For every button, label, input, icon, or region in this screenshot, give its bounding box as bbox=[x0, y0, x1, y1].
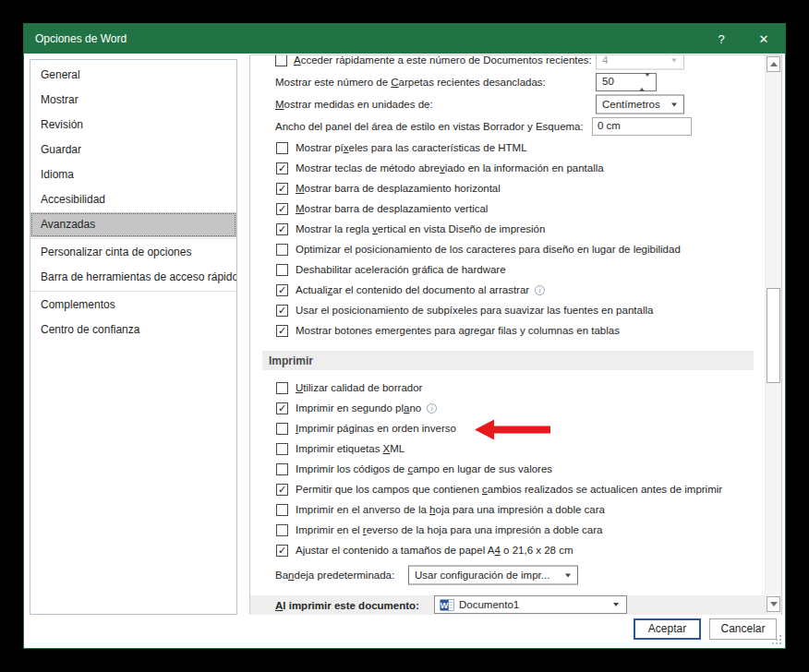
checkbox-checked[interactable]: ✓ bbox=[276, 183, 288, 195]
field-row: Mostrar medidas en unidades de:Centímetr… bbox=[250, 93, 781, 115]
option-label: Mostrar botones emergentes para agregar … bbox=[296, 325, 620, 336]
option-label: Usar el posicionamiento de subpíxeles pa… bbox=[296, 305, 653, 316]
checkbox-unchecked[interactable] bbox=[276, 264, 288, 276]
option-label: Imprimir en el reverso de la hoja para u… bbox=[296, 524, 602, 535]
cancel-button[interactable]: Cancelar bbox=[709, 618, 777, 640]
option-label: Imprimir en el anverso de la hoja para u… bbox=[296, 504, 605, 515]
checkbox-unchecked[interactable] bbox=[276, 244, 288, 256]
checkbox-row[interactable]: ✓Usar el posicionamiento de subpíxeles p… bbox=[250, 300, 781, 320]
print-doc-value: Documento1 bbox=[459, 599, 519, 610]
checkbox-unchecked[interactable] bbox=[276, 463, 288, 475]
close-button[interactable]: ✕ bbox=[743, 32, 785, 46]
checkbox-row[interactable]: Imprimir en el reverso de la hoja para u… bbox=[250, 520, 781, 540]
sidebar-item-avanzadas[interactable]: Avanzadas bbox=[30, 212, 236, 237]
checkbox-unchecked[interactable] bbox=[275, 54, 287, 66]
control-value: Centímetros bbox=[602, 99, 660, 110]
checkbox-row[interactable]: Deshabilitar aceleración gráfica de hard… bbox=[250, 259, 781, 280]
accept-button[interactable]: Aceptar bbox=[634, 618, 701, 640]
chevron-down-icon bbox=[671, 58, 677, 62]
scroll-up-button[interactable] bbox=[767, 56, 780, 72]
checkbox-row[interactable]: ✓Mostrar teclas de método abreviado en l… bbox=[250, 158, 781, 178]
section-header-imprimir: Imprimir bbox=[262, 351, 754, 370]
option-label: Permitir que los campos que contienen ca… bbox=[296, 484, 722, 495]
help-button[interactable]: ? bbox=[700, 32, 743, 46]
option-label: Ajustar el contenido a tamaños de papel … bbox=[296, 545, 573, 556]
checkbox-row[interactable]: Imprimir etiquetas XML bbox=[250, 438, 781, 459]
category-list: GeneralMostrarRevisiónGuardarIdiomaAcces… bbox=[30, 59, 237, 615]
spinner-input[interactable]: 50 bbox=[596, 73, 657, 91]
sidebar-item-centro-de-confianza[interactable]: Centro de confianza bbox=[30, 318, 236, 342]
annotation-arrow-icon bbox=[475, 419, 550, 440]
checkbox-row[interactable]: Imprimir en el anverso de la hoja para u… bbox=[250, 499, 781, 520]
control-value: Usar configuración de impr... bbox=[415, 570, 549, 581]
sidebar-item-accesibilidad[interactable]: Accesibilidad bbox=[30, 187, 236, 212]
dialog-body: GeneralMostrarRevisiónGuardarIdiomaAcces… bbox=[24, 54, 785, 615]
sidebar-item-guardar[interactable]: Guardar bbox=[30, 138, 236, 162]
info-icon[interactable]: i bbox=[535, 285, 545, 295]
word-document-icon: W bbox=[440, 598, 454, 612]
checkbox-row[interactable]: ✓Mostrar barra de desplazamiento horizon… bbox=[250, 178, 781, 198]
sidebar-item-barra-de-herramientas-de-acceso-rapido[interactable]: Barra de herramientas de acceso rápido bbox=[30, 265, 236, 290]
option-label: Mostrar este número de Carpetas reciente… bbox=[275, 77, 546, 88]
checkbox-row[interactable]: ✓Mostrar la regla vertical en vista Dise… bbox=[250, 219, 781, 239]
default-tray-label: Bandeja predeterminada: bbox=[275, 570, 394, 581]
checkbox-row[interactable]: Optimizar el posicionamiento de los cara… bbox=[250, 239, 781, 259]
print-doc-row: Al imprimir este documento: W Documento1 bbox=[250, 595, 765, 615]
option-label: Mostrar píxeles para las características… bbox=[296, 142, 527, 153]
svg-text:W: W bbox=[441, 601, 449, 610]
checkbox-row[interactable]: Utilizar calidad de borrador bbox=[250, 378, 781, 398]
dialog-title: Opciones de Word bbox=[35, 32, 127, 45]
option-label: Mostrar teclas de método abreviado en la… bbox=[296, 162, 604, 174]
dropdown[interactable]: 4 bbox=[596, 54, 684, 70]
checkbox-checked[interactable]: ✓ bbox=[276, 162, 288, 174]
checkbox-unchecked[interactable] bbox=[276, 382, 288, 394]
spinner-arrows[interactable] bbox=[639, 77, 650, 88]
checkbox-row[interactable]: ✓Ajustar el contenido a tamaños de papel… bbox=[250, 540, 781, 560]
checkbox-checked[interactable]: ✓ bbox=[276, 402, 288, 414]
option-label: Imprimir páginas en orden inverso bbox=[296, 423, 456, 434]
scrollbar-thumb[interactable] bbox=[767, 288, 780, 383]
advanced-options-panel: Acceder rápidamente a este número de Doc… bbox=[249, 54, 782, 617]
checkbox-checked[interactable]: ✓ bbox=[276, 325, 288, 337]
checkbox-unchecked[interactable] bbox=[276, 142, 288, 154]
checkbox-row[interactable]: Mostrar píxeles para las características… bbox=[250, 138, 781, 158]
option-label: Deshabilitar aceleración gráfica de hard… bbox=[296, 264, 506, 275]
checkbox-row[interactable]: ✓Mostrar barra de desplazamiento vertica… bbox=[250, 198, 781, 219]
checkbox-checked[interactable]: ✓ bbox=[276, 284, 288, 296]
dialog-titlebar[interactable]: Opciones de Word ? ✕ bbox=[24, 24, 785, 54]
info-icon[interactable]: i bbox=[427, 403, 437, 414]
checkbox-unchecked[interactable] bbox=[276, 524, 288, 536]
checkbox-row[interactable]: ✓Permitir que los campos que contienen c… bbox=[250, 479, 781, 499]
text-input[interactable]: 0 cm bbox=[592, 117, 692, 136]
checkbox-row[interactable]: ✓Actualizar el contenido del documento a… bbox=[250, 280, 781, 300]
sidebar-item-general[interactable]: General bbox=[30, 63, 236, 88]
vertical-scrollbar[interactable] bbox=[765, 55, 781, 616]
checkbox-checked[interactable]: ✓ bbox=[276, 484, 288, 496]
sidebar-item-complementos[interactable]: Complementos bbox=[30, 293, 236, 318]
print-doc-dropdown[interactable]: W Documento1 bbox=[434, 595, 627, 614]
checkbox-checked[interactable]: ✓ bbox=[276, 305, 288, 317]
checkbox-checked[interactable]: ✓ bbox=[276, 203, 288, 215]
checkbox-checked[interactable]: ✓ bbox=[276, 545, 288, 557]
checkbox-row[interactable]: ✓Mostrar botones emergentes para agregar… bbox=[250, 320, 781, 341]
checkbox-row[interactable]: ✓Imprimir en segundo planoi bbox=[250, 398, 781, 418]
checkbox-row[interactable]: Imprimir los códigos de campo en lugar d… bbox=[250, 459, 781, 479]
control-value: 4 bbox=[602, 54, 608, 66]
sidebar-item-idioma[interactable]: Idioma bbox=[30, 162, 236, 187]
scroll-down-button[interactable] bbox=[767, 596, 780, 612]
default-tray-row: Bandeja predeterminada:Usar configuració… bbox=[250, 564, 781, 586]
option-label: Ancho del panel del área de estilo en vi… bbox=[275, 121, 584, 132]
sidebar-item-revision[interactable]: Revisión bbox=[30, 113, 236, 138]
sidebar-item-personalizar-cinta-de-opciones[interactable]: Personalizar cinta de opciones bbox=[30, 240, 236, 265]
dropdown[interactable]: Centímetros bbox=[596, 95, 684, 114]
default-tray-dropdown[interactable]: Usar configuración de impr... bbox=[408, 566, 578, 585]
resize-grip[interactable] bbox=[771, 634, 782, 645]
checkbox-unchecked[interactable] bbox=[276, 423, 288, 435]
word-options-dialog: Opciones de Word ? ✕ GeneralMostrarRevis… bbox=[23, 23, 786, 649]
checkbox-unchecked[interactable] bbox=[276, 443, 288, 455]
chevron-down-icon bbox=[671, 102, 677, 106]
checkbox-unchecked[interactable] bbox=[276, 504, 288, 516]
checkbox-checked[interactable]: ✓ bbox=[276, 223, 288, 235]
sidebar-item-mostrar[interactable]: Mostrar bbox=[30, 88, 236, 113]
chevron-down-icon bbox=[565, 573, 571, 577]
